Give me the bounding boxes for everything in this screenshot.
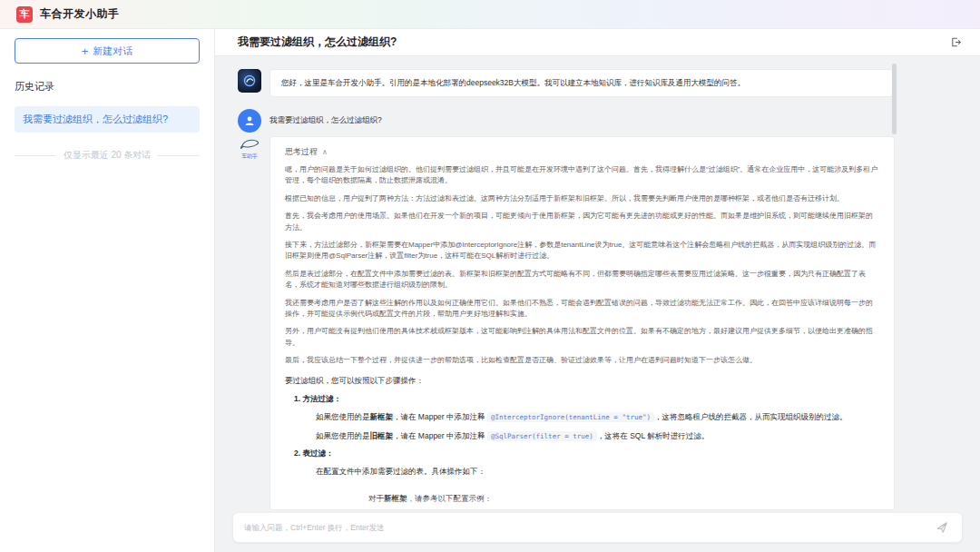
bold-run: 旧框架 (370, 431, 394, 440)
user-message-row: 我需要过滤组织，怎么过滤组织? (238, 109, 382, 133)
user-question-text: 我需要过滤组织，怎么过滤组织? (270, 109, 382, 126)
step-number: 1. (294, 394, 300, 403)
main-area: 我需要过滤组织，怎么过滤组织? 您好，这里是车合开发小助手。引用的是本地化部署的… (215, 29, 980, 552)
scrollbar-thumb[interactable] (892, 64, 897, 134)
thinking-paragraph: 首先，我会考虑用户的使用场景。如果他们在开发一个新的项目，可能更倾向于使用新框架… (285, 211, 879, 233)
chat-scroll-area[interactable]: 您好，这里是车合开发小助手。引用的是本地化部署的deepseek32B大模型。我… (215, 56, 980, 552)
thinking-paragraph: 另外，用户可能没有提到他们使用的具体技术栈或框架版本，这可能影响到注解的具体用法… (285, 326, 879, 349)
thinking-paragraph: 接下来，方法过滤部分，新框架需要在Mapper中添加@InterceptorIg… (285, 240, 879, 262)
text-run: ，请参考以下配置示例： (407, 494, 493, 503)
sidebar: + 新建对话 历史记录 我需要过滤组织，怎么过滤组织? 仅显示最近 20 条对话 (0, 29, 215, 552)
assistant-answer-row: 车助手 思考过程 ∧ 嗯，用户的问题是关于如何过滤组织的。他们提到需要过滤组织，… (238, 136, 895, 510)
text-run: ，请在 Mapper 中添加注释 (393, 431, 487, 440)
chat-header: 我需要过滤组织，怎么过滤组织? (215, 29, 980, 56)
message-input[interactable] (244, 523, 933, 532)
thinking-label: 思考过程 (285, 146, 318, 158)
text-run: ，这将忽略租户线的拦截器，从而实现组织级别的过滤。 (654, 412, 848, 421)
answer-step-2: 2. 表过滤： (285, 448, 879, 459)
answer-step1-line2: 如果您使用的是旧框架，请在 Mapper 中添加注释 @SqlParser(fi… (285, 430, 879, 443)
conversation-title: 我需要过滤组织，怎么过滤组织? (238, 34, 947, 50)
thinking-paragraph: 根据已知的信息，用户提到了两种方法：方法过滤和表过滤。这两种方法分别适用于新框架… (285, 193, 879, 204)
step-title: 表过滤： (302, 448, 333, 458)
bot-avatar-column: 车助手 (238, 136, 261, 161)
text-run: 如果您使用的是 (316, 412, 370, 421)
chevron-up-icon: ∧ (322, 148, 328, 156)
answer-step1-line1: 如果您使用的是新框架，请在 Mapper 中添加注释 @InterceptorI… (285, 411, 879, 424)
plus-icon: + (82, 45, 89, 57)
send-icon[interactable] (933, 518, 951, 537)
sidebar-history-item-active[interactable]: 我需要过滤组织，怎么过滤组织? (15, 106, 200, 133)
answer-section: 要过滤组织，您可以按照以下步骤操作： 1. 方法过滤： 如果您使用的是新框架，请… (285, 375, 879, 510)
thinking-toggle[interactable]: 思考过程 ∧ (285, 146, 879, 158)
inline-code: @SqlParser(filter = true) (487, 431, 597, 441)
text-run: 如果您使用的是 (316, 431, 370, 440)
message-composer (233, 513, 962, 542)
text-run: 对于 (368, 494, 384, 503)
history-limit-note: 仅显示最近 20 条对话 (15, 149, 200, 162)
app-logo: 车 (16, 6, 33, 23)
new-chat-button[interactable]: + 新建对话 (15, 38, 200, 64)
answer-step2-line2: 对于新框架，请参考以下配置示例： (285, 493, 879, 506)
thinking-paragraph: 我还需要考虑用户是否了解这些注解的作用以及如何正确使用它们。如果他们不熟悉，可能… (285, 298, 879, 320)
step-number: 2. (294, 448, 300, 458)
answer-step2-line1: 在配置文件中添加需要过滤的表。具体操作如下： (285, 466, 879, 478)
assistant-greeting-bubble: 您好，这里是车合开发小助手。引用的是本地化部署的deepseek32B大模型。我… (270, 69, 894, 97)
inline-code: @InterceptorIgnore(tenantLine = "true") (487, 412, 654, 422)
new-chat-label: 新建对话 (93, 44, 132, 58)
whale-icon (239, 136, 260, 152)
step-title: 方法过滤： (302, 394, 341, 403)
bot-avatar-label: 车助手 (241, 153, 258, 161)
assistant-avatar (238, 69, 261, 93)
text-run: ，请在 Mapper 中添加注释 (393, 412, 487, 421)
thinking-paragraph: 嗯，用户的问题是关于如何过滤组织的。他们提到需要过滤组织，并且可能是在开发环境中… (285, 164, 879, 187)
answer-card: 思考过程 ∧ 嗯，用户的问题是关于如何过滤组织的。他们提到需要过滤组织，并且可能… (270, 136, 895, 510)
bold-run: 新框架 (370, 412, 394, 421)
answer-intro: 要过滤组织，您可以按照以下步骤操作： (285, 375, 879, 388)
user-avatar (238, 109, 261, 133)
history-limit-text: 仅显示最近 20 条对话 (64, 149, 152, 162)
bold-run: 新框架 (384, 494, 407, 503)
assistant-message-row: 您好，这里是车合开发小助手。引用的是本地化部署的deepseek32B大模型。我… (238, 69, 894, 97)
export-icon[interactable] (947, 34, 964, 51)
app-title: 车合开发小助手 (40, 6, 120, 22)
text-run: ，这将在 SQL 解析时进行过滤。 (597, 431, 709, 440)
thinking-paragraph: 然后是表过滤部分，在配置文件中添加需要过滤的表。新框架和旧框架的配置方式可能略有… (285, 269, 879, 291)
answer-step-1: 1. 方法过滤： (285, 394, 879, 405)
top-bar: 车 车合开发小助手 (0, 0, 980, 29)
app-window: 车 车合开发小助手 + 新建对话 历史记录 我需要过滤组织，怎么过滤组织? 仅显… (0, 0, 980, 552)
logo-glyph: 车 (20, 7, 30, 21)
divider-line (158, 155, 200, 156)
divider-line (15, 155, 56, 156)
history-section-label: 历史记录 (15, 80, 200, 94)
thinking-paragraph: 最后，我应该总结一下整个过程，并提供进一步的帮助选项，比如检查配置是否正确、验证… (285, 355, 879, 366)
